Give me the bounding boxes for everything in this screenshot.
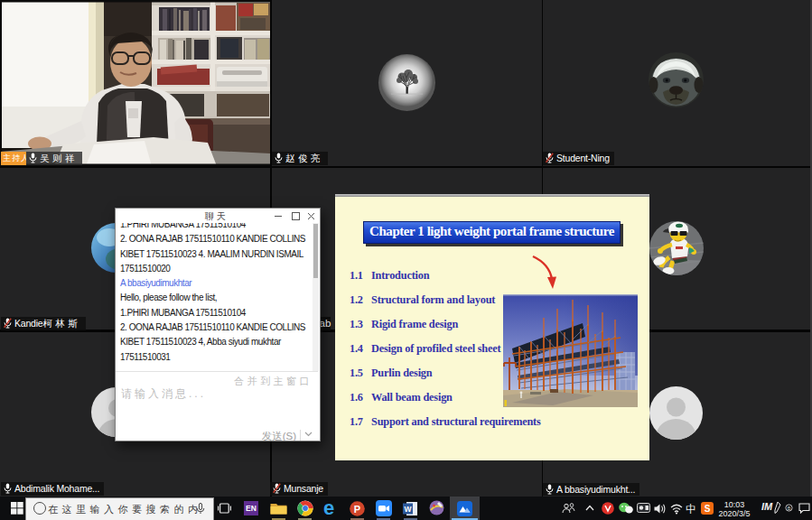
svg-text:W: W bbox=[404, 504, 412, 513]
svg-text:B: B bbox=[788, 506, 791, 511]
svg-text:P: P bbox=[354, 503, 360, 514]
svg-text:S: S bbox=[705, 504, 711, 514]
